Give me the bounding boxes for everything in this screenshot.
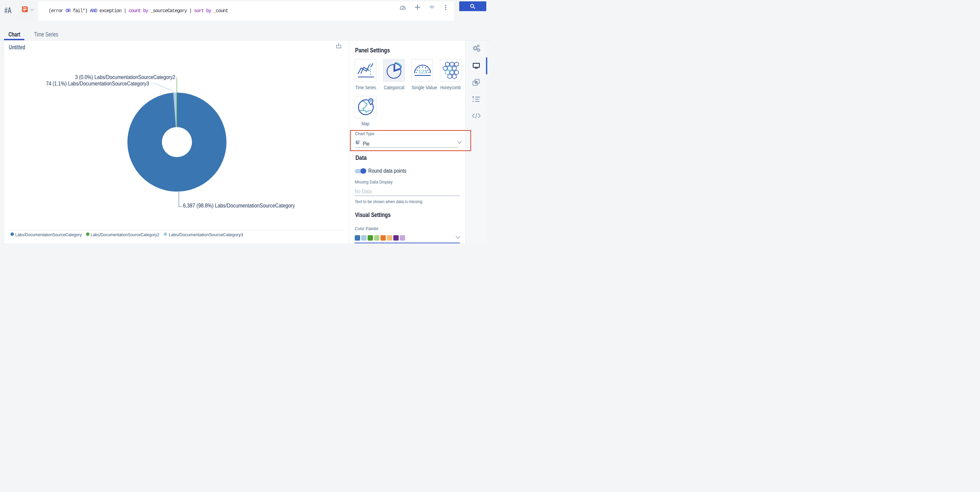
svg-text:123: 123: [418, 68, 427, 75]
